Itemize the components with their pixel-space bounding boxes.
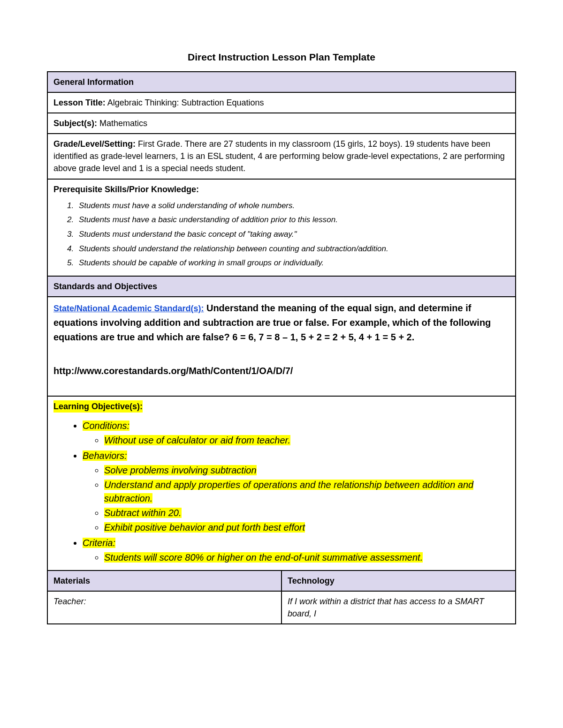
row-standards: State/National Academic Standard(s): Und… [47, 297, 516, 396]
objective-item: Understand and apply properties of opera… [104, 478, 510, 505]
objective-items: Solve problems involving subtraction Und… [83, 464, 510, 534]
objective-label: Criteria: [83, 538, 115, 548]
objectives-list: Conditions: Without use of calculator or… [53, 419, 510, 564]
row-prereq: Prerequisite Skills/Prior Knowledge: Stu… [47, 179, 516, 276]
row-lesson-title: Lesson Title: Algebraic Thinking: Subtra… [47, 92, 516, 113]
standards-link[interactable]: State/National Academic Standard(s): [53, 304, 204, 313]
objective-item: Without use of calculator or aid from te… [104, 434, 510, 447]
objective-items: Students will score 80% or higher on the… [83, 551, 510, 564]
value-subject: Mathematics [97, 119, 147, 128]
row-subject: Subject(s): Mathematics [47, 113, 516, 134]
label-subject: Subject(s): [53, 119, 97, 128]
objective-item: Exhibit positive behavior and put forth … [104, 521, 510, 534]
objective-item: Students will score 80% or higher on the… [104, 551, 510, 564]
section-header-general: General Information [47, 72, 516, 92]
row-learning-objectives: Learning Objective(s): Conditions: Witho… [47, 396, 516, 570]
section-header-materials: Materials [47, 570, 282, 591]
lesson-plan-table: General Information Lesson Title: Algebr… [47, 71, 516, 624]
objective-item: Solve problems involving subtraction [104, 464, 510, 477]
label-lesson-title: Lesson Title: [53, 98, 106, 107]
technology-body-cell: If I work within a district that has acc… [282, 591, 516, 624]
objective-label: Behaviors: [83, 450, 127, 461]
materials-teacher-cell: Teacher: [47, 591, 282, 624]
label-teacher: Teacher: [53, 597, 86, 606]
prereq-list: Students must have a solid understanding… [53, 200, 510, 269]
objective-item: Subtract within 20. [104, 506, 510, 520]
document-title: Direct Instruction Lesson Plan Template [47, 52, 516, 63]
document-page: Direct Instruction Lesson Plan Template … [0, 0, 563, 728]
label-prereq: Prerequisite Skills/Prior Knowledge: [53, 185, 199, 194]
objective-group: Criteria: Students will score 80% or hig… [83, 536, 510, 564]
prereq-item: Students must have a solid understanding… [76, 200, 510, 212]
row-grade: Grade/Level/Setting: First Grade. There … [47, 134, 516, 179]
section-header-standards: Standards and Objectives [47, 276, 516, 297]
prereq-item: Students should understand the relations… [76, 243, 510, 255]
standards-url: http://www.corestandards.org/Math/Conten… [53, 364, 510, 378]
value-lesson-title: Algebraic Thinking: Subtraction Equation… [106, 98, 264, 107]
objective-items: Without use of calculator or aid from te… [83, 434, 510, 447]
objective-group: Behaviors: Solve problems involving subt… [83, 449, 510, 534]
prereq-item: Students must have a basic understanding… [76, 214, 510, 226]
objective-label: Conditions: [83, 420, 129, 431]
section-header-technology: Technology [282, 570, 516, 591]
label-learning-objectives: Learning Objective(s): [53, 400, 143, 413]
label-grade: Grade/Level/Setting: [53, 139, 136, 149]
prereq-item: Students should be capable of working in… [76, 257, 510, 269]
objective-group: Conditions: Without use of calculator or… [83, 419, 510, 447]
prereq-item: Students must understand the basic conce… [76, 229, 510, 240]
